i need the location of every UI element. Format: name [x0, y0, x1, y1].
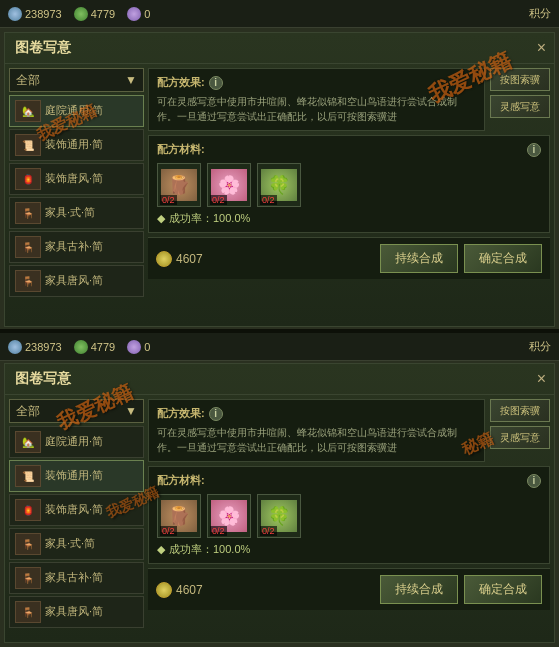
recipe-thumb: 🪑 — [15, 567, 41, 589]
inspire-button-top[interactable]: 灵感写意 — [490, 95, 550, 118]
recipe-item[interactable]: 📜 装饰通用·简 — [9, 460, 144, 492]
top-stats: 238973 4779 0 — [8, 7, 150, 21]
recipe-name: 家具唐风·简 — [45, 274, 103, 287]
leaf-icon-2 — [74, 340, 88, 354]
effect-text-bottom: 可在灵感写意中使用市井喧闹、蜂花似锦和空山鸟语进行尝试合成制作。一旦通过写意尝试… — [157, 425, 476, 455]
by-image-button-top[interactable]: 按图索骥 — [490, 68, 550, 91]
bullet-bottom: ◆ — [157, 543, 165, 556]
leaf-value: 4779 — [91, 8, 115, 20]
filter-chevron-bottom: ▼ — [125, 404, 137, 418]
recipe-list-top: 全部 ▼ 🏡 庭院通用·简 📜 装饰通用·简 🏮 装饰唐风·简 — [9, 68, 144, 322]
recipe-items-top: 🏡 庭院通用·简 📜 装饰通用·简 🏮 装饰唐风·简 🪑 家具·式·简 — [9, 95, 144, 322]
top-bar-2: 238973 4779 0 积分 — [0, 333, 559, 361]
continuous-craft-button-top[interactable]: 持续合成 — [380, 244, 458, 273]
recipe-thumb: 🏡 — [15, 431, 41, 453]
panel-bottom: 图卷写意 × 我爱秘籍 秘籍 我爱秘籍 全部 ▼ 🏡 庭院通用·简 — [4, 363, 555, 643]
filter-label-top: 全部 — [16, 72, 40, 89]
recipe-name: 家具古补·简 — [45, 240, 103, 253]
recipe-name: 装饰通用·简 — [45, 138, 103, 151]
effect-text-top: 可在灵感写意中使用市井喧闹、蜂花似锦和空山鸟语进行尝试合成制作。一旦通过写意尝试… — [157, 94, 476, 124]
top-bar: 238973 4779 0 积分 — [0, 0, 559, 28]
panel-top-title: 图卷写意 — [15, 39, 71, 57]
effect-box-top: 配方效果: i 可在灵感写意中使用市井喧闹、蜂花似锦和空山鸟语进行尝试合成制作。… — [148, 68, 485, 131]
materials-info-icon-top[interactable]: i — [527, 143, 541, 157]
bullet: ◆ — [157, 212, 165, 225]
gold-value-2: 238973 — [25, 341, 62, 353]
recipe-items-bottom: 🏡 庭院通用·简 📜 装饰通用·简 🏮 装饰唐风·简 🪑 家具·式·简 — [9, 426, 144, 638]
recipe-item[interactable]: 🪑 家具·式·简 — [9, 528, 144, 560]
panel-bottom-close[interactable]: × — [537, 370, 546, 388]
recipe-item[interactable]: 🪑 家具古补·简 — [9, 231, 144, 263]
panel-top: 图卷写意 × 我爱秘籍 我爱秘籍 全部 ▼ 🏡 庭院通用·简 📜 — [4, 32, 555, 327]
recipe-name: 家具·式·简 — [45, 206, 95, 219]
materials-row-bottom: 🪵 0/2 🌸 0/2 🍀 0/2 — [157, 494, 541, 538]
leaf-icon — [74, 7, 88, 21]
recipe-item[interactable]: 🪑 家具·式·简 — [9, 197, 144, 229]
recipe-name: 家具·式·简 — [45, 537, 95, 550]
recipe-thumb: 🏮 — [15, 168, 41, 190]
effect-title-top: 配方效果: i — [157, 75, 476, 90]
recipe-item[interactable]: 🏮 装饰唐风·简 — [9, 163, 144, 195]
recipe-thumb: 📜 — [15, 134, 41, 156]
filter-dropdown-bottom[interactable]: 全部 ▼ — [9, 399, 144, 423]
score-button-2[interactable]: 积分 — [529, 339, 551, 354]
recipe-thumb: 🪑 — [15, 202, 41, 224]
bottom-bar-bottom: 4607 持续合成 确定合成 — [148, 568, 550, 610]
by-image-button-bottom[interactable]: 按图索骥 — [490, 399, 550, 422]
panel-top-header: 图卷写意 × — [5, 33, 554, 64]
material-count: 0/2 — [260, 526, 277, 536]
effect-title-bottom: 配方效果: i — [157, 406, 476, 421]
right-actions-top: 按图索骥 灵感写意 — [490, 68, 550, 118]
filter-chevron-top: ▼ — [125, 73, 137, 87]
recipe-thumb: 🪑 — [15, 601, 41, 623]
material-count: 0/2 — [210, 195, 227, 205]
panel-top-close[interactable]: × — [537, 39, 546, 57]
bottom-bar-top: 4607 持续合成 确定合成 — [148, 237, 550, 279]
flame-value: 0 — [144, 8, 150, 20]
coin-value-bottom: 4607 — [176, 583, 203, 597]
materials-title-top: 配方材料: i — [157, 142, 541, 157]
recipe-item[interactable]: 🪑 家具古补·简 — [9, 562, 144, 594]
right-panel-top: 按图索骥 灵感写意 配方效果: i 可在灵感写意中使用市井喧闹、蜂花似锦和空山鸟… — [148, 68, 550, 322]
confirm-craft-button-bottom[interactable]: 确定合成 — [464, 575, 542, 604]
materials-box-bottom: 配方材料: i 🪵 0/2 🌸 0/2 🍀 — [148, 466, 550, 564]
recipe-name: 家具唐风·简 — [45, 605, 103, 618]
main-wrapper: 238973 4779 0 积分 图卷写意 × 我爱秘籍 我爱秘籍 全部 — [0, 0, 559, 647]
coin-display-bottom: 4607 — [156, 582, 203, 598]
recipe-thumb: 🪑 — [15, 270, 41, 292]
coin-display-top: 4607 — [156, 251, 203, 267]
coin-icon-top — [156, 251, 172, 267]
recipe-name: 装饰唐风·简 — [45, 172, 103, 185]
recipe-item[interactable]: 🏡 庭院通用·简 — [9, 426, 144, 458]
material-count: 0/2 — [160, 526, 177, 536]
material-item: 🪵 0/2 — [157, 494, 201, 538]
material-item: 🪵 0/2 — [157, 163, 201, 207]
recipe-item[interactable]: 🏡 庭院通用·简 — [9, 95, 144, 127]
recipe-item[interactable]: 📜 装饰通用·简 — [9, 129, 144, 161]
info-icon-top[interactable]: i — [209, 76, 223, 90]
confirm-craft-button-top[interactable]: 确定合成 — [464, 244, 542, 273]
panel-top-body: 全部 ▼ 🏡 庭院通用·简 📜 装饰通用·简 🏮 装饰唐风·简 — [5, 64, 554, 326]
materials-box-top: 配方材料: i 🪵 0/2 🌸 0/2 🍀 — [148, 135, 550, 233]
gold-icon — [8, 7, 22, 21]
continuous-craft-button-bottom[interactable]: 持续合成 — [380, 575, 458, 604]
success-rate-bottom: ◆ 成功率：100.0% — [157, 542, 541, 557]
material-item: 🍀 0/2 — [257, 163, 301, 207]
info-icon-bottom[interactable]: i — [209, 407, 223, 421]
recipe-item[interactable]: 🏮 装饰唐风·简 — [9, 494, 144, 526]
gold-icon-2 — [8, 340, 22, 354]
score-button[interactable]: 积分 — [529, 6, 551, 21]
inspire-button-bottom[interactable]: 灵感写意 — [490, 426, 550, 449]
recipe-item[interactable]: 🪑 家具唐风·简 — [9, 265, 144, 297]
filter-label-bottom: 全部 — [16, 403, 40, 420]
recipe-thumb: 📜 — [15, 465, 41, 487]
recipe-name: 庭院通用·简 — [45, 435, 103, 448]
recipe-item[interactable]: 🪑 家具唐风·简 — [9, 596, 144, 628]
stat-gold-2: 238973 — [8, 340, 62, 354]
panel-bottom-header: 图卷写意 × — [5, 364, 554, 395]
materials-info-icon-bottom[interactable]: i — [527, 474, 541, 488]
recipe-name: 装饰唐风·简 — [45, 503, 103, 516]
material-count: 0/2 — [160, 195, 177, 205]
coin-icon-bottom — [156, 582, 172, 598]
filter-dropdown-top[interactable]: 全部 ▼ — [9, 68, 144, 92]
